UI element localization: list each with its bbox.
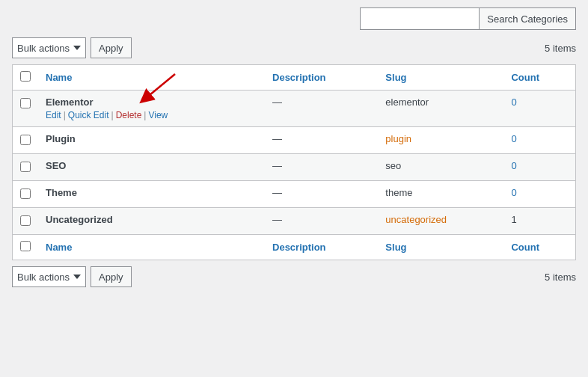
- items-count-bottom: 5 items: [545, 272, 576, 283]
- row-count: 0: [503, 91, 575, 127]
- row-name: Theme: [38, 181, 265, 208]
- row-name: ElementorEdit | Quick Edit | Delete | Vi…: [38, 91, 265, 127]
- categories-table: Name Description Slug Count ElementorEdi…: [12, 64, 576, 260]
- table-footer: Name Description Slug Count: [13, 235, 576, 260]
- table-row: ElementorEdit | Quick Edit | Delete | Vi…: [13, 91, 576, 127]
- header-count: Count: [503, 65, 575, 91]
- apply-button-top[interactable]: Apply: [91, 37, 132, 58]
- row-checkbox-cell: [13, 154, 39, 181]
- row-slug: theme: [378, 181, 503, 208]
- footer-name: Name: [38, 235, 265, 260]
- row-checkbox-cell: [13, 208, 39, 235]
- row-name-link[interactable]: Uncategorized: [46, 214, 113, 225]
- table-row: Theme—theme0: [13, 181, 576, 208]
- row-count: 0: [503, 127, 575, 154]
- bulk-actions-select-top[interactable]: Bulk actions: [12, 37, 86, 58]
- row-name-link[interactable]: SEO: [46, 160, 66, 171]
- table-header: Name Description Slug Count: [13, 65, 576, 91]
- toolbar-left-bottom: Bulk actions Apply: [12, 266, 132, 287]
- row-description: —: [265, 154, 378, 181]
- row-checkbox[interactable]: [20, 188, 31, 199]
- row-checkbox[interactable]: [20, 135, 31, 145]
- action-delete[interactable]: Delete: [116, 110, 142, 120]
- footer-slug: Slug: [378, 235, 503, 260]
- row-checkbox-cell: [13, 181, 39, 208]
- action-separator: |: [144, 110, 146, 120]
- row-checkbox[interactable]: [20, 162, 31, 172]
- row-slug: seo: [378, 154, 503, 181]
- footer-checkbox-cell: [13, 235, 39, 260]
- row-description: —: [265, 127, 378, 154]
- row-description: —: [265, 208, 378, 235]
- footer-count: Count: [503, 235, 575, 260]
- table-row: SEO—seo0: [13, 154, 576, 181]
- top-toolbar: Bulk actions Apply 5 items: [12, 37, 576, 58]
- header-name: Name: [38, 65, 265, 91]
- action-edit[interactable]: Edit: [46, 110, 61, 120]
- top-bar: Search Categories: [12, 7, 576, 30]
- row-description: —: [265, 91, 378, 127]
- select-all-checkbox-top[interactable]: [20, 71, 31, 82]
- row-slug: elementor: [378, 91, 503, 127]
- action-separator: |: [64, 110, 66, 120]
- row-name-link[interactable]: Plugin: [46, 133, 76, 144]
- bulk-actions-select-bottom[interactable]: Bulk actions: [12, 266, 86, 287]
- action-separator: |: [111, 110, 114, 120]
- row-description: —: [265, 181, 378, 208]
- header-slug: Slug: [378, 65, 503, 91]
- search-input[interactable]: [360, 7, 480, 30]
- table-row: Uncategorized—uncategorized1: [13, 208, 576, 235]
- bottom-toolbar: Bulk actions Apply 5 items: [12, 266, 576, 287]
- row-checkbox-cell: [13, 91, 39, 127]
- row-actions: Edit | Quick Edit | Delete | View: [46, 110, 257, 120]
- action-quick-edit[interactable]: Quick Edit: [68, 110, 109, 120]
- header-description: Description: [265, 65, 378, 91]
- row-checkbox[interactable]: [20, 215, 31, 226]
- row-count: 0: [503, 154, 575, 181]
- table-container: Name Description Slug Count ElementorEdi…: [12, 64, 576, 260]
- row-name-link[interactable]: Elementor: [46, 96, 94, 108]
- row-count: 1: [503, 208, 575, 235]
- header-checkbox-cell: [13, 65, 39, 91]
- search-categories-button[interactable]: Search Categories: [480, 7, 576, 30]
- row-count: 0: [503, 181, 575, 208]
- row-name: SEO: [38, 154, 265, 181]
- row-slug: uncategorized: [378, 208, 503, 235]
- row-name: Uncategorized: [38, 208, 265, 235]
- toolbar-left: Bulk actions Apply: [12, 37, 132, 58]
- row-checkbox-cell: [13, 127, 39, 154]
- items-count-top: 5 items: [545, 43, 576, 54]
- footer-description: Description: [265, 235, 378, 260]
- apply-button-bottom[interactable]: Apply: [91, 266, 132, 287]
- row-name-link[interactable]: Theme: [46, 187, 77, 198]
- table-row: Plugin—plugin0: [13, 127, 576, 154]
- select-all-checkbox-bottom[interactable]: [20, 241, 31, 251]
- row-name: Plugin: [38, 127, 265, 154]
- row-checkbox[interactable]: [20, 98, 31, 108]
- row-slug: plugin: [378, 127, 503, 154]
- table-body: ElementorEdit | Quick Edit | Delete | Vi…: [13, 91, 576, 235]
- action-view[interactable]: View: [148, 110, 168, 120]
